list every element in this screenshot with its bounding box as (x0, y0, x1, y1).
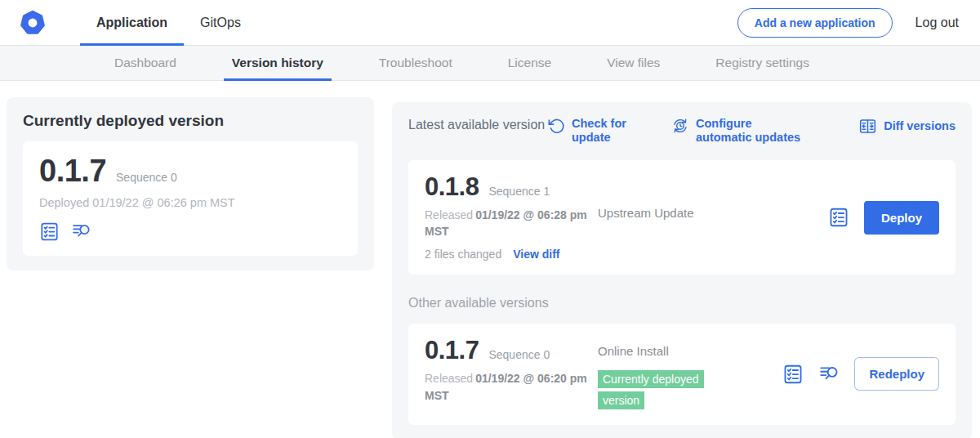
app-logo-icon[interactable] (20, 10, 46, 36)
currently-deployed-badge: Currently deployed version (598, 370, 704, 409)
check-for-update-label: Check for update (572, 117, 632, 145)
topnav-tabs: Application GitOps (80, 0, 257, 46)
tab-version-history[interactable]: Version history (224, 46, 332, 81)
deployed-version-row: 0.1.7 Sequence 0 (39, 155, 341, 186)
other-version-source: Online Install Currently deployed versio… (595, 337, 782, 410)
other-version-card: 0.1.7 Sequence 0 Released01/19/22 @ 06:2… (408, 324, 956, 424)
deployed-version-actions (39, 221, 341, 242)
tab-troubleshoot[interactable]: Troubleshoot (371, 46, 461, 81)
latest-version-number: 0.1.8 (425, 174, 479, 199)
topnav-tab-gitops-label: GitOps (200, 16, 241, 30)
preflight-checks-icon[interactable] (828, 207, 849, 228)
available-panel-header: Latest available version Check for updat… (408, 117, 956, 145)
other-version-number: 0.1.7 (425, 337, 479, 363)
deploy-logs-icon[interactable] (71, 221, 91, 242)
main-content: Currently deployed version 0.1.7 Sequenc… (0, 81, 980, 438)
currently-deployed-badge-wrap: Currently deployed version (598, 369, 727, 410)
redeploy-button[interactable]: Redeploy (854, 357, 939, 391)
tab-view-files[interactable]: View files (599, 46, 668, 81)
latest-version-info: 0.1.8 Sequence 1 Released01/19/22 @ 06:2… (425, 174, 595, 261)
topnav-tab-gitops[interactable]: GitOps (184, 0, 257, 46)
preflight-checks-icon[interactable] (39, 221, 60, 242)
tab-registry-settings-label: Registry settings (715, 56, 809, 70)
configure-automatic-updates-action[interactable]: Configure automatic updates (671, 117, 810, 145)
diff-versions-icon (858, 117, 877, 136)
tab-dashboard-label: Dashboard (114, 56, 176, 70)
other-sequence-label: Sequence 0 (488, 348, 550, 361)
tab-registry-settings[interactable]: Registry settings (707, 46, 817, 81)
tab-license-label: License (508, 56, 551, 70)
add-application-button[interactable]: Add a new application (737, 8, 893, 38)
deployed-panel-title: Currently deployed version (23, 112, 358, 130)
page: Application GitOps Add a new application… (0, 0, 980, 438)
deployed-version-number: 0.1.7 (39, 155, 106, 186)
files-changed-row: 2 files changed View diff (425, 248, 595, 261)
preflight-checks-icon[interactable] (782, 364, 804, 385)
diff-versions-action[interactable]: Diff versions (858, 117, 956, 136)
version-source-label: Online Install (598, 344, 669, 358)
view-diff-link[interactable]: View diff (513, 248, 559, 261)
deploy-logs-icon[interactable] (818, 364, 840, 385)
top-navbar: Application GitOps Add a new application… (0, 0, 980, 46)
refresh-icon (547, 117, 565, 135)
topnav-tab-application-label: Application (96, 16, 167, 30)
version-source-label: Upstream Update (598, 206, 694, 220)
latest-version-actions: Deploy (828, 201, 939, 235)
subnav: Dashboard Version history Troubleshoot L… (0, 46, 980, 81)
topnav-right: Add a new application Log out (737, 8, 959, 38)
other-version-info: 0.1.7 Sequence 0 Released01/19/22 @ 06:2… (425, 337, 595, 410)
deploy-button[interactable]: Deploy (864, 201, 939, 235)
other-versions-header: Other available versions (408, 296, 956, 311)
deployed-version-card: 0.1.7 Sequence 0 Deployed 01/19/22 @ 06:… (23, 141, 358, 256)
latest-sequence-label: Sequence 1 (488, 185, 550, 198)
latest-version-source: Upstream Update (595, 174, 828, 261)
logout-button[interactable]: Log out (915, 16, 959, 30)
tab-license[interactable]: License (500, 46, 559, 81)
other-released-line: Released01/19/22 @ 06:20 pm MST (425, 370, 595, 404)
deployed-sequence-label: Sequence 0 (116, 171, 177, 184)
latest-version-card: 0.1.8 Sequence 1 Released01/19/22 @ 06:2… (408, 160, 956, 275)
tab-version-history-label: Version history (232, 56, 323, 70)
tab-view-files-label: View files (607, 56, 660, 70)
schedule-update-icon (671, 117, 689, 135)
currently-deployed-panel: Currently deployed version 0.1.7 Sequenc… (7, 97, 374, 270)
tab-troubleshoot-label: Troubleshoot (379, 56, 452, 70)
available-versions-panel: Latest available version Check for updat… (392, 102, 972, 438)
latest-released-line: Released01/19/22 @ 06:28 pm MST (425, 207, 595, 240)
released-prefix: Released (425, 208, 473, 221)
other-version-actions: Redeploy (782, 357, 939, 391)
files-changed-label: 2 files changed (425, 248, 501, 261)
diff-versions-label: Diff versions (884, 119, 956, 133)
topnav-tab-application[interactable]: Application (80, 0, 184, 46)
tab-dashboard[interactable]: Dashboard (106, 46, 185, 81)
available-panel-title: Latest available version (408, 117, 547, 134)
configure-automatic-updates-label: Configure automatic updates (696, 117, 810, 145)
deployed-date: Deployed 01/19/22 @ 06:26 pm MST (39, 196, 341, 209)
released-prefix: Released (425, 372, 473, 385)
check-for-update-action[interactable]: Check for update (547, 117, 632, 145)
